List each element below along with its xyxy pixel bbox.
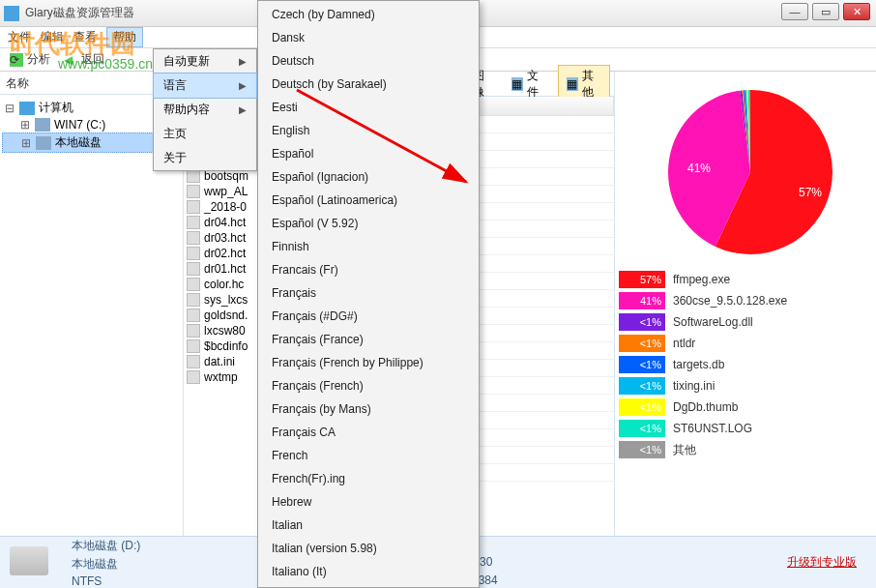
analyze-label: 分析: [27, 51, 50, 68]
menu-item-label: 主页: [163, 126, 187, 142]
expand-icon[interactable]: ⊞: [20, 136, 32, 150]
file-row[interactable]: color.hc: [184, 277, 260, 292]
language-option[interactable]: Français (French by Philippe): [258, 351, 479, 374]
analyze-button[interactable]: ⟳ 分析: [10, 51, 50, 68]
language-option[interactable]: Deutsch (by Sarakael): [258, 73, 479, 96]
language-option[interactable]: Italian (version 5.98): [258, 537, 479, 560]
language-option[interactable]: Czech (by Damned): [258, 3, 479, 26]
file-name: wwp_AL: [204, 185, 248, 198]
language-option[interactable]: Español (Latinoamerica): [258, 189, 479, 212]
file-row[interactable]: _2018-0: [184, 199, 260, 215]
menu-view[interactable]: 查看: [73, 29, 97, 45]
file-row[interactable]: goldsnd.: [184, 308, 260, 323]
language-option[interactable]: Français: [258, 281, 479, 305]
minimize-button[interactable]: —: [781, 3, 808, 20]
language-option[interactable]: Français (by Mans): [258, 397, 479, 421]
legend-swatch: <1%: [619, 441, 665, 458]
file-name: dat.ini: [204, 355, 235, 368]
file-row[interactable]: $bcdinfo: [184, 338, 260, 354]
file-row[interactable]: dr01.hct: [184, 261, 260, 277]
pie-chart: 57%41%: [619, 75, 872, 269]
legend-row[interactable]: <1%targets.db: [619, 354, 872, 375]
file-row[interactable]: dr04.hct: [184, 215, 260, 230]
file-name: dr04.hct: [204, 216, 246, 229]
file-name: sys_lxcs: [204, 293, 248, 307]
language-option[interactable]: French: [258, 444, 479, 467]
other-icon: ▦: [567, 77, 578, 91]
legend-row[interactable]: 57%ffmpeg.exe: [619, 269, 872, 290]
menu-file[interactable]: 文件: [8, 29, 31, 45]
app-icon: [4, 6, 19, 21]
menu-item-label: 语言: [163, 77, 187, 94]
language-option[interactable]: Français (#DG#): [258, 305, 479, 328]
file-row[interactable]: dr02.hct: [184, 246, 260, 261]
back-label: 返回: [81, 51, 104, 68]
legend-row[interactable]: <1%tixing.ini: [619, 375, 872, 397]
menu-edit[interactable]: 编辑: [41, 29, 64, 45]
legend-row[interactable]: <1%SoftwareLog.dll: [619, 311, 872, 333]
legend-swatch: <1%: [619, 335, 665, 352]
tree-label: 计算机: [39, 100, 73, 116]
tab-label: 文件: [527, 68, 546, 101]
file-row[interactable]: dat.ini: [184, 354, 260, 369]
language-option[interactable]: Español: [258, 142, 479, 165]
language-option[interactable]: French(Fr).ing: [258, 467, 479, 490]
expand-icon[interactable]: ⊞: [19, 118, 31, 132]
help-menu-item[interactable]: 语言▶: [153, 73, 257, 99]
language-option[interactable]: Français (French): [258, 374, 479, 397]
language-option[interactable]: Italiano (It): [258, 560, 479, 583]
file-icon: ▦: [511, 77, 523, 91]
language-option[interactable]: Italiano (update version: 5.12.0.25): [258, 583, 479, 588]
legend-row[interactable]: <1%DgDb.thumb: [619, 397, 872, 418]
language-option[interactable]: Français (France): [258, 328, 479, 351]
upgrade-link[interactable]: 升级到专业版: [768, 537, 876, 588]
window-title: Glary磁盘资源管理器: [25, 5, 134, 21]
file-name: $bcdinfo: [204, 339, 248, 353]
legend-row[interactable]: <1%其他: [619, 439, 872, 460]
legend-label: 其他: [673, 442, 696, 458]
menu-item-label: 关于: [163, 150, 187, 166]
help-menu-item[interactable]: 自动更新▶: [154, 49, 256, 74]
help-menu-item[interactable]: 关于: [154, 146, 256, 170]
help-menu-item[interactable]: 帮助内容▶: [154, 98, 256, 122]
language-option[interactable]: Dansk: [258, 26, 479, 49]
help-menu-item[interactable]: 主页: [154, 122, 256, 146]
language-option[interactable]: Francais (Fr): [258, 258, 479, 281]
language-option[interactable]: Español (Ignacion): [258, 165, 479, 189]
language-option[interactable]: Finnish: [258, 235, 479, 258]
language-option[interactable]: Eesti: [258, 96, 479, 119]
legend-row[interactable]: <1%ST6UNST.LOG: [619, 418, 872, 439]
file-row[interactable]: wxtmp: [184, 369, 260, 385]
language-option[interactable]: Italian: [258, 514, 479, 537]
language-option[interactable]: Español (V 5.92): [258, 212, 479, 235]
file-name: goldsnd.: [204, 309, 248, 322]
file-icon: [187, 293, 200, 307]
menu-help[interactable]: 帮助: [106, 27, 143, 47]
tab-label: 其他: [582, 68, 601, 101]
file-icon: [187, 169, 200, 183]
file-icon: [187, 355, 200, 368]
language-option[interactable]: English: [258, 119, 479, 142]
language-option[interactable]: Français CA: [258, 421, 479, 444]
maximize-button[interactable]: ▭: [812, 3, 839, 20]
file-name: dr01.hct: [204, 262, 246, 276]
back-icon: ◀: [64, 53, 77, 67]
file-row[interactable]: wwp_AL: [184, 184, 260, 199]
file-icon: [187, 339, 200, 353]
tree-label: 本地磁盘: [55, 134, 102, 151]
language-submenu[interactable]: Czech (by Damned)DanskDeutschDeutsch (by…: [257, 0, 480, 588]
expand-icon[interactable]: ⊟: [4, 102, 15, 115]
close-button[interactable]: ✕: [843, 3, 870, 20]
file-row[interactable]: lxcsw80: [184, 323, 260, 338]
file-row[interactable]: sys_lxcs: [184, 292, 260, 308]
file-icon: [187, 262, 200, 276]
file-row[interactable]: dr03.hct: [184, 230, 260, 246]
language-option[interactable]: Deutsch: [258, 49, 479, 73]
back-button[interactable]: ◀ 返回: [64, 51, 104, 68]
help-dropdown[interactable]: 自动更新▶语言▶帮助内容▶主页关于: [153, 48, 257, 171]
legend-row[interactable]: 41%360cse_9.5.0.128.exe: [619, 290, 872, 311]
legend-label: 360cse_9.5.0.128.exe: [673, 294, 787, 308]
legend-row[interactable]: <1%ntldr: [619, 333, 872, 354]
legend-swatch: <1%: [619, 420, 665, 437]
language-option[interactable]: Hebrew: [258, 490, 479, 514]
